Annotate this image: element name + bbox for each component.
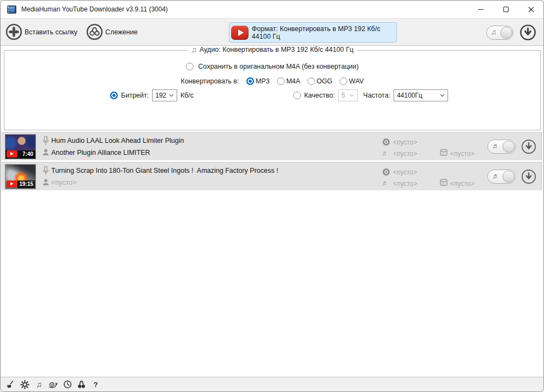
format-button[interactable]: Формат: Конвертировать в MP3 192 Кб/с 44… [229, 22, 397, 43]
download-button[interactable] [521, 139, 536, 154]
schedule-clock-icon[interactable] [63, 380, 72, 389]
convert-to-row: Конвертировать в: MP3 M4A OGG WAV [4, 77, 540, 85]
titlebar: MediaHuman YouTube Downloader v3.9.11 (3… [1, 1, 543, 18]
genre-value: <пусто> [393, 180, 417, 188]
album-disc-icon [383, 168, 390, 176]
audio-mode-toggle[interactable]: ♬ [487, 140, 516, 154]
bitrate-select[interactable]: 192 [152, 89, 177, 101]
video-thumbnail: 19:15 [5, 164, 36, 189]
year-value: <пусто> [450, 180, 474, 188]
plus-circle-icon [5, 23, 22, 40]
main-content: ♫ Аудио: Конвертировать в MP3 192 Кб/с 4… [1, 46, 543, 377]
toggle-knob [503, 171, 515, 183]
chevron-down-icon [349, 94, 354, 97]
close-icon [528, 7, 534, 13]
track-artist: Another Plugin Alliance LIMITER [51, 149, 150, 156]
calendar-icon [440, 148, 448, 156]
audio-mode-toggle[interactable]: ♫ [486, 26, 513, 40]
album-disc-icon [383, 138, 390, 146]
genre-notes-icon: ♬ [382, 149, 389, 156]
help-icon[interactable]: ? [91, 380, 100, 389]
track-title: Turning Scrap Into 180-Ton Giant Steel I… [51, 167, 278, 174]
cleanup-broom-icon[interactable] [6, 380, 15, 389]
keep-original-radio[interactable] [186, 63, 194, 70]
music-note-icon: ♫ [491, 28, 497, 35]
download-list-row[interactable]: 7:40 Hum Audio LAAL Look Ahead Limiter P… [1, 132, 542, 160]
snail-speed-icon[interactable] [49, 380, 58, 389]
duration-badge: 19:15 [17, 180, 35, 188]
album-value: <пусто> [393, 168, 417, 176]
maximize-icon [503, 7, 509, 13]
format-radio-m4a[interactable] [277, 77, 285, 85]
audio-settings-panel: ♫ Аудио: Конвертировать в MP3 192 Кб/с 4… [4, 50, 541, 130]
youtube-play-icon [7, 150, 17, 158]
quality-label: Качество: [304, 92, 335, 99]
app-logo-icon [7, 5, 16, 14]
format-radio-ogg[interactable] [307, 77, 315, 85]
window-title: MediaHuman YouTube Downloader v3.9.11 (3… [21, 5, 168, 13]
album-value: <пусто> [393, 138, 417, 146]
duration-badge: 7:40 [21, 150, 35, 158]
toolbar: Вставить ссылку Слежение Формат: Конверт… [1, 18, 543, 46]
download-list-row[interactable]: 19:15 Turning Scrap Into 180-Ton Giant S… [1, 162, 542, 190]
quality-option: Качество: 5 Частота: 44100Гц [293, 89, 448, 101]
minimize-button[interactable] [468, 1, 493, 18]
bitrate-radio[interactable] [110, 92, 118, 99]
watch-button[interactable]: Слежение [86, 23, 137, 40]
year-value: <пусто> [450, 150, 474, 158]
calendar-icon [440, 178, 448, 186]
artist-person-icon [42, 178, 50, 186]
app-window: MediaHuman YouTube Downloader v3.9.11 (3… [0, 0, 544, 392]
audio-mode-toggle[interactable]: ♬ [487, 170, 516, 184]
music-note-icon: ♬ [492, 172, 499, 179]
audio-settings-legend: ♫ Аудио: Конвертировать в MP3 192 Кб/с 4… [188, 46, 358, 53]
bitrate-label: Битрейт: [121, 92, 149, 99]
chevron-down-icon [440, 94, 445, 97]
bitrate-option: Битрейт: 192 Кб/с [110, 89, 194, 101]
paste-link-button[interactable]: Вставить ссылку [5, 23, 77, 40]
minimize-icon [478, 7, 484, 13]
music-note-icon[interactable]: ♫ [34, 380, 44, 389]
binoculars-icon [86, 23, 103, 40]
artist-person-icon [42, 148, 50, 156]
quality-radio[interactable] [293, 92, 301, 99]
format-radio-wav[interactable] [340, 77, 347, 85]
music-note-icon: ♫ [191, 46, 197, 53]
music-note-icon: ♬ [492, 142, 499, 149]
statusbar: ♫ ? [1, 377, 543, 391]
genre-notes-icon: ♬ [382, 179, 389, 186]
format-radio-mp3[interactable] [246, 77, 254, 85]
close-button[interactable] [518, 1, 543, 18]
youtube-icon [231, 26, 249, 40]
quality-select[interactable]: 5 [338, 89, 358, 101]
keep-original-label: Сохранить в ориганальном M4A (без конвер… [198, 63, 359, 70]
download-all-button[interactable] [519, 24, 536, 41]
bitrate-unit: Кб/с [180, 92, 194, 99]
download-button[interactable] [521, 169, 536, 184]
watch-binoculars-icon[interactable] [77, 380, 86, 389]
toggle-knob [503, 141, 515, 153]
toggle-knob [500, 27, 512, 39]
youtube-play-icon [7, 180, 17, 188]
microphone-icon [42, 166, 50, 176]
format-label: Формат: Конвертировать в MP3 192 Кб/с 44… [252, 25, 396, 40]
settings-gear-icon[interactable] [20, 380, 29, 389]
frequency-label: Частота: [363, 92, 390, 99]
paste-link-label: Вставить ссылку [25, 28, 77, 36]
watch-label: Слежение [105, 28, 137, 36]
convert-to-label: Конвертировать в: [181, 77, 239, 85]
genre-value: <пусто> [393, 150, 417, 158]
maximize-button[interactable] [493, 1, 518, 18]
video-thumbnail: 7:40 [5, 134, 36, 159]
keep-original-row: Сохранить в ориганальном M4A (без конвер… [4, 63, 540, 70]
chevron-down-icon [169, 94, 174, 97]
frequency-select[interactable]: 44100Гц [394, 89, 448, 101]
microphone-icon [42, 136, 50, 146]
track-title: Hum Audio LAAL Look Ahead Limiter Plugin [51, 137, 184, 144]
track-artist: <пусто> [51, 179, 76, 186]
